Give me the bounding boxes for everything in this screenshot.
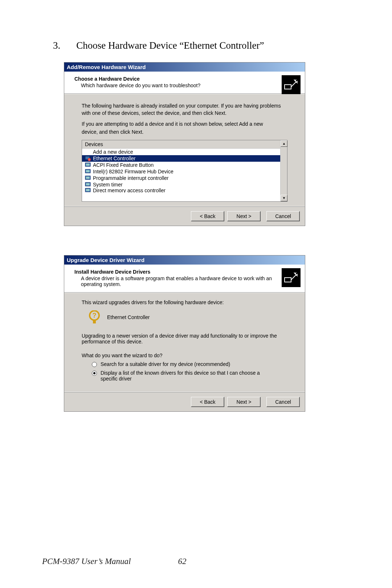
back-button[interactable]: < Back (191, 211, 224, 221)
upgrade-note: Upgrading to a newer version of a device… (82, 333, 287, 345)
device-icon (85, 169, 91, 174)
svg-rect-7 (86, 170, 90, 172)
list-item[interactable]: ACPI Fixed Feature Button (82, 162, 280, 168)
page-number: 62 (178, 557, 186, 566)
list-item[interactable]: Intel(r) 82802 Firmware Hub Device (82, 168, 280, 175)
page-footer: PCM-9387 User’s Manual 62 (42, 557, 350, 566)
option-display-list[interactable]: Display a list of the known drivers for … (92, 370, 287, 382)
list-item-label: Ethernet Controller (93, 156, 136, 161)
svg-text:?: ? (93, 312, 97, 319)
dialog-heading: Install Hardware Device Drivers (74, 269, 300, 275)
title-bar: Add/Remove Hardware Wizard (64, 63, 305, 72)
next-button[interactable]: Next > (227, 397, 261, 407)
device-icon (85, 162, 91, 168)
dialog-body: The following hardware is already instal… (64, 94, 305, 206)
svg-rect-11 (86, 183, 90, 185)
button-row: < Back Next > Cancel (64, 392, 305, 411)
next-button[interactable]: Next > (227, 211, 261, 221)
dialog-body: This wizard upgrades drivers for the fol… (64, 293, 305, 392)
option-label: Search for a suitable driver for my devi… (101, 361, 230, 367)
scroll-up-button[interactable]: ▲ (281, 140, 287, 147)
svg-text:!: ! (89, 158, 90, 161)
scrollbar[interactable]: ▲ ▼ (280, 140, 287, 201)
radio-unchecked-icon (92, 362, 97, 367)
option-label: Display a list of the known drivers for … (101, 370, 275, 382)
list-item[interactable]: Programmable interrupt controller (82, 175, 280, 181)
body-paragraph-1b: with one of these devices, select the de… (82, 110, 287, 116)
list-item-label: Direct memory access controller (93, 188, 166, 193)
button-row: < Back Next > Cancel (64, 206, 305, 226)
driver-action-group: Search for a suitable driver for my devi… (82, 361, 287, 382)
list-item[interactable]: System timer (82, 181, 280, 188)
list-item-label: Intel(r) 82802 Firmware Hub Device (93, 169, 173, 174)
step-text: Choose Hardware Device “Ethernet Control… (76, 40, 264, 51)
list-header: Devices (82, 140, 280, 149)
device-icon (85, 176, 91, 181)
body-paragraph-2a: If you are attempting to add a device an… (82, 121, 287, 127)
list-item-label: Add a new device (93, 149, 133, 155)
svg-rect-5 (86, 164, 90, 166)
list-item[interactable]: Direct memory access controller (82, 188, 280, 193)
dialog-header: Install Hardware Device Drivers A device… (64, 265, 305, 293)
svg-rect-13 (86, 189, 90, 191)
cancel-button[interactable]: Cancel (266, 397, 300, 407)
svg-rect-9 (86, 177, 90, 179)
wizard-question: What do you want the wizard to do? (82, 353, 287, 358)
option-search-driver[interactable]: Search for a suitable driver for my devi… (92, 361, 287, 367)
title-bar: Upgrade Device Driver Wizard (64, 255, 305, 265)
devices-listbox[interactable]: Devices Add a new device ! Ethernet Cont… (82, 140, 287, 202)
manual-title: PCM-9387 User’s Manual (42, 557, 131, 566)
device-icon (85, 182, 91, 187)
list-item-label: System timer (93, 182, 123, 188)
body-paragraph-1a: The following hardware is already instal… (82, 103, 287, 109)
dialog-subheading: Which hardware device do you want to tro… (81, 82, 274, 88)
list-item-label: Programmable interrupt controller (93, 175, 169, 181)
hardware-wizard-icon (282, 75, 301, 94)
radio-checked-icon (92, 371, 97, 376)
scroll-down-button[interactable]: ▼ (281, 195, 287, 201)
upgrade-driver-wizard-dialog: Upgrade Device Driver Wizard Install Har… (64, 255, 305, 412)
body-paragraph-2b: device, and then click Next. (82, 129, 287, 135)
svg-rect-14 (285, 278, 291, 282)
dialog-subheading: A device driver is a software program th… (81, 275, 274, 287)
svg-rect-17 (93, 321, 96, 323)
unknown-device-icon: ? (88, 310, 101, 324)
device-warn-icon: ! (85, 156, 91, 161)
hardware-wizard-icon (282, 268, 301, 287)
step-instruction: 3. Choose Hardware Device “Ethernet Cont… (35, 40, 357, 51)
intro-line: This wizard upgrades drivers for the fol… (82, 299, 287, 305)
dialog-heading: Choose a Hardware Device (74, 76, 300, 82)
step-number: 3. (53, 40, 60, 51)
cancel-button[interactable]: Cancel (266, 211, 300, 221)
dialog-header: Choose a Hardware Device Which hardware … (64, 72, 305, 94)
svg-rect-0 (285, 85, 291, 89)
list-item-label: ACPI Fixed Feature Button (93, 162, 154, 168)
list-item-add-new[interactable]: Add a new device (82, 149, 280, 155)
device-summary: ? Ethernet Controller (88, 310, 287, 324)
list-item-ethernet[interactable]: ! Ethernet Controller (82, 155, 280, 162)
device-icon (85, 188, 91, 193)
add-hardware-wizard-dialog: Add/Remove Hardware Wizard Choose a Hard… (64, 62, 305, 226)
back-button[interactable]: < Back (191, 397, 224, 407)
device-name: Ethernet Controller (107, 314, 150, 320)
